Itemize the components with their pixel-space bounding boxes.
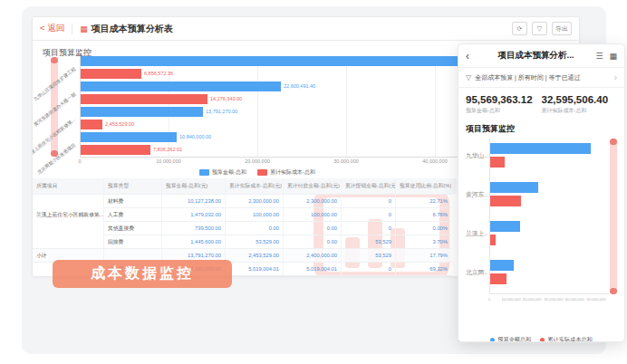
x-tick: 20,000,000 [523,297,542,302]
table-cell [33,235,103,248]
table-cell: 0 [341,221,395,235]
table-header-row: 所属项目预算类型预算金额-总和(元)累计实际成本-总和(元)累计付款金额-总和(… [33,178,457,194]
table-cell: 材料费 [103,194,161,207]
datazoom-handle-top[interactable] [610,139,617,145]
table-cell: 5,019,004.01 [225,262,283,275]
table-cell: 17.79% [395,248,451,262]
legend-item-actual[interactable]: 累计实际成本-总和 [257,168,315,177]
table-cell: 10,127,238.00 [161,194,225,207]
table-cell: 56.51% [395,275,451,277]
export-button[interactable]: 导出 [552,22,572,35]
x-tick: 40,000,000 [422,158,448,164]
filter-button[interactable]: ▽ [532,22,547,35]
category-label: 黄河东... [466,190,487,199]
stat-value: 95,569,363.12 [466,94,542,105]
list-view-icon[interactable]: ☰ [595,52,603,61]
refresh-button[interactable]: ⟳ [512,22,527,35]
table-row[interactable]: 兰溪上苑住宅小区精装修第...人工费1,479,032.00100,000.00… [33,207,457,221]
report-grid-icon: ▦ [80,24,88,34]
column-header: 累计报销金额-总和(元) [341,178,395,194]
budget-bar[interactable] [490,221,520,232]
x-tick: 0 [78,158,81,164]
table-cell [33,221,103,235]
budget-bar[interactable] [81,81,281,91]
x-tick: 50,000,000 [587,297,606,302]
budget-bar[interactable] [490,143,591,154]
table-cell: 53,529 [341,248,395,262]
table-cell: 间接费 [103,235,161,248]
panel-filter-bar[interactable]: ▽ 全部成本预算 | 所有时间 | 等于已通过 › [458,68,624,88]
budget-bar[interactable] [490,182,538,193]
x-tick: 10,000,000 [156,158,181,164]
table-cell: 2,400,000.00 [283,248,341,262]
table-cell: 69.32% [395,262,451,275]
actual-bar[interactable] [81,94,207,104]
chart-legend: 预算金额-总和 累计实际成本-总和 [80,168,435,177]
legend-item-budget[interactable]: 预算金额总和 [490,336,531,342]
column-header: 预算类型 [103,178,161,194]
actual-bar[interactable] [490,235,496,245]
card-view-icon[interactable]: ▦ [609,52,617,61]
panel-datazoom-slider[interactable] [610,139,617,294]
table-row[interactable]: 材料费10,127,238.002,300,000.002,300,000.00… [33,194,457,207]
budget-bar[interactable] [81,132,177,142]
x-tick: 30,000,000 [333,158,359,164]
budget-bar[interactable] [81,56,506,66]
panel-header: ‹ 项目成本预算分析... ☰ ▦ [458,44,624,68]
column-header: 预算使用比例-总和(%) [395,178,451,194]
table-cell: 0 [341,207,395,221]
actual-bar[interactable] [490,157,505,168]
panel-section-title: 项目预算监控 [458,120,624,137]
table-cell: 3.70% [395,235,451,248]
actual-bar[interactable] [81,69,141,79]
budget-bar[interactable] [81,107,203,117]
table-row[interactable]: 其他直接费739,500.000.000.0000.00% [33,221,457,235]
table-cell: 53,529.00 [225,235,283,248]
category-label: 九华山... [466,151,487,160]
table-cell: 1,445,600.00 [161,235,225,248]
table-cell: 100,000.00 [283,207,341,221]
legend-item-budget[interactable]: 预算金额-总和 [199,168,246,177]
table-cell: 6.76% [395,207,451,221]
table-cell: 其他直接费 [103,221,161,235]
panel-back-icon[interactable]: ‹ [466,50,469,62]
chevron-right-icon: › [614,72,617,82]
x-tick: 0 [488,297,490,302]
stat-label: 预算金额-总和 [466,107,542,115]
table-cell: 0 [341,194,395,207]
chart-section-title: 项目预算监控 [43,47,92,59]
table-cell: 0.00 [283,235,341,248]
x-tick: 20,000,000 [245,158,270,164]
stat-actual-total: 32,595,506.40 累计实际成本-总和 [542,94,618,115]
table-cell: 1,479,032.00 [161,207,225,221]
table-cell: 0.00 [225,221,283,235]
chart-category-axis: 九华山庄项目改扩建工程黄河东路街道办大楼一期兰溪上苑住宅小区精装修第...北京两… [33,55,80,157]
table-cell: 0 [341,275,395,277]
cost-monitor-badge: 成本数据监控 [53,260,232,288]
actual-bar[interactable] [81,145,150,155]
datazoom-handle-bottom[interactable] [610,288,617,294]
filter-summary: 全部成本预算 | 所有时间 | 等于已通过 [475,73,614,82]
refresh-icon: ⟳ [517,25,523,33]
x-tick: 10,000,000 [502,297,521,302]
table-cell: 739,500.00 [161,221,225,235]
actual-bar[interactable] [490,273,506,284]
table-cell: 53,529 [341,235,395,248]
table-cell: 2,300,000.00 [283,194,341,207]
budget-bar[interactable] [490,260,514,271]
table-cell: 0.00% [395,221,451,235]
table-cell: 兰溪上苑住宅小区精装修第... [33,207,103,221]
actual-bar[interactable] [490,196,521,206]
table-cell: 人工费 [103,207,161,221]
actual-bar[interactable] [81,120,102,129]
stat-label: 累计实际成本-总和 [542,107,618,115]
table-row[interactable]: 间接费1,445,600.0053,529.000.0053,5293.70% [33,235,457,248]
legend-item-actual[interactable]: 累计实际成本总和 [540,336,593,342]
main-window-header: < 返回 ▦ 项目成本预算分析表 ⟳ ▽ 导出 [33,17,579,41]
panel-chart-legend: 预算金额总和 累计实际成本总和 [458,336,624,342]
stat-value: 32,595,506.40 [542,94,618,105]
back-link[interactable]: < 返回 [40,23,64,34]
table-cell: 22.71% [395,194,451,207]
panel-stats: 95,569,363.12 预算金额-总和 32,595,506.40 累计实际… [458,88,624,120]
funnel-icon: ▽ [466,73,471,81]
